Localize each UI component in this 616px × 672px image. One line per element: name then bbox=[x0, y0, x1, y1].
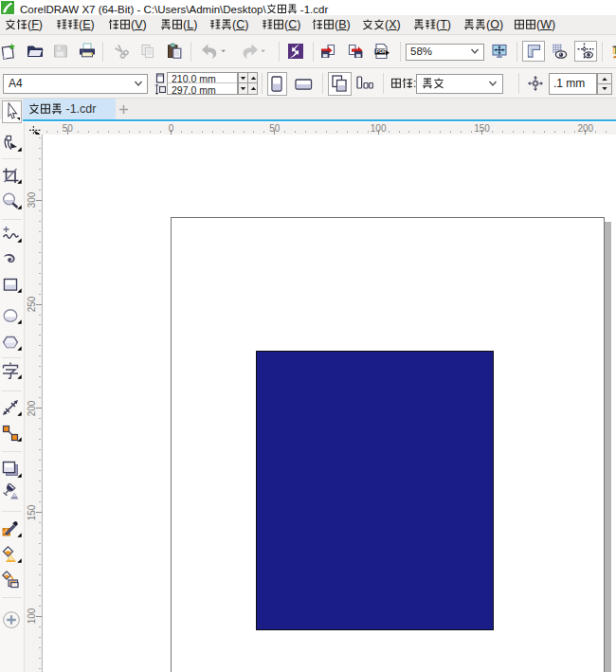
svg-text:PDF: PDF bbox=[376, 48, 387, 54]
